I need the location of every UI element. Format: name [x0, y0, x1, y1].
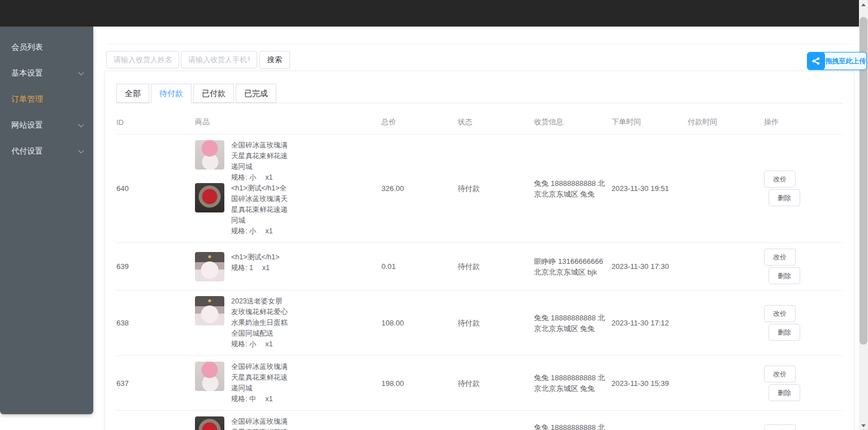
sidebar-item-label: 订单管理 [11, 94, 43, 103]
product-qty: x1 [265, 394, 272, 405]
drag-upload-widget[interactable]: 拖拽至此上传 [807, 52, 867, 70]
product-spec: 规格: 1 [231, 264, 253, 272]
product-cell: 全国碎冰蓝玫瑰满天星真花束鲜花速递同城 [195, 411, 381, 430]
col-header-id: ID [116, 111, 195, 134]
change-price-button[interactable]: 改价 [764, 366, 796, 383]
chevron-down-icon [79, 70, 84, 76]
chevron-down-icon [79, 148, 84, 154]
col-header-order-time: 下单时间 [611, 111, 688, 134]
product-cell: 2023送老婆女朋友玫瑰花鲜花爱心水果奶油生日蛋糕全国同城配送 规格: 小x1 [195, 290, 381, 356]
shipping-info: 兔兔 18888888888 北京北京东城区 兔兔 [534, 422, 606, 430]
col-header-total: 总价 [381, 111, 458, 134]
pay-time [688, 290, 764, 356]
change-price-button[interactable]: 改价 [764, 171, 796, 188]
orders-table: ID 商品 总价 状态 收货信息 下单时间 付款时间 操作 640 [116, 111, 843, 430]
product-title: 全国碎冰蓝玫瑰满天星真花束鲜花速递同城 [231, 416, 289, 430]
status-badge: 待付款 [458, 243, 534, 290]
product-title: <h1>测试</h1>全国碎冰蓝玫瑰满天星真花束鲜花速递同城 [231, 183, 289, 226]
change-price-button[interactable]: 改价 [764, 305, 796, 322]
status-badge: 待付款 [458, 290, 534, 356]
sidebar-item-label: 网站设置 [11, 120, 43, 129]
col-header-shipping: 收货信息 [534, 111, 611, 134]
order-id: 640 [116, 134, 195, 243]
product-title: 2023送老婆女朋友玫瑰花鲜花爱心水果奶油生日蛋糕全国同城配送 [231, 296, 289, 339]
delete-button[interactable]: 删除 [769, 324, 800, 341]
order-time: 2023-11-30 19:51 [611, 134, 688, 243]
scroll-up-arrow-icon[interactable] [859, 0, 868, 9]
search-button[interactable]: 搜索 [259, 51, 290, 69]
order-time [611, 411, 688, 430]
shipping-info: 兔兔 18888888888 北京北京东城区 兔兔 [534, 312, 606, 334]
product-spec: 规格: 小 [231, 340, 256, 348]
product-image-pink-bouquet [195, 362, 224, 391]
sidebar-item-website-settings[interactable]: 网站设置 [0, 112, 93, 138]
sidebar-item-basic-settings[interactable]: 基本设置 [0, 60, 93, 86]
upload-label: 拖拽至此上传 [825, 57, 866, 66]
scroll-down-arrow-icon[interactable] [859, 421, 868, 430]
col-header-pay-time: 付款时间 [688, 111, 764, 134]
table-row: 637 全国碎冰蓝玫瑰满天星真花束鲜花速递同城 规格: 中x1 198.00 待… [116, 356, 843, 411]
product-qty: x1 [262, 263, 270, 273]
delete-button[interactable]: 删除 [769, 189, 800, 206]
product-image-cake [195, 252, 224, 281]
product-item: <h1>测试</h1>全国碎冰蓝玫瑰满天星真花束鲜花速递同城 规格: 小x1 [195, 183, 381, 237]
change-price-button[interactable]: 改价 [764, 249, 796, 266]
col-header-status: 状态 [458, 111, 534, 134]
status-badge: 待付款 [458, 356, 534, 411]
tab-paid[interactable]: 已付款 [193, 84, 234, 103]
pay-time [688, 411, 764, 430]
order-time: 2023-11-30 15:39 [611, 356, 688, 411]
product-qty: x1 [265, 172, 272, 183]
sidebar-item-payment-settings[interactable]: 代付设置 [0, 138, 93, 164]
sidebar-item-label: 基本设置 [11, 68, 43, 77]
product-cell: 全国碎冰蓝玫瑰满天星真花束鲜花速递同城 规格: 小x1 <h1>测试</h1>全… [195, 134, 381, 243]
table-row: 640 全国碎冰蓝玫瑰满天星真花束鲜花速递同城 规格: 小x1 [116, 134, 843, 243]
pay-time [688, 243, 764, 290]
col-header-actions: 操作 [764, 111, 843, 134]
product-title: <h1>测试</h1> [231, 252, 289, 263]
order-management-page: 会员列表 基本设置 订单管理 网站设置 代付设置 搜索 [0, 0, 868, 430]
product-item: 2023送老婆女朋友玫瑰花鲜花爱心水果奶油生日蛋糕全国同城配送 规格: 小x1 [195, 296, 381, 350]
order-id: 638 [116, 290, 195, 356]
col-header-product: 商品 [195, 111, 381, 134]
product-item: 全国碎冰蓝玫瑰满天星真花束鲜花速递同城 [195, 416, 381, 430]
product-image-red-bouquet [195, 416, 224, 430]
order-total: 326.00 [381, 134, 458, 243]
order-total: 0.01 [381, 243, 458, 290]
pay-time [688, 356, 764, 411]
product-spec: 规格: 小 [231, 227, 256, 235]
top-navbar [0, 0, 859, 27]
order-time: 2023-11-30 17:30 [611, 243, 688, 290]
table-row: 全国碎冰蓝玫瑰满天星真花束鲜花速递同城 兔兔 18888888888 北京北京东… [116, 411, 843, 430]
order-id [116, 411, 195, 430]
sidebar-item-label: 会员列表 [11, 42, 43, 51]
shipping-info: 兔兔 18888888888 北京北京东城区 兔兔 [534, 178, 606, 199]
shipping-info: 眼睁睁 13166666666 北京北京东城区 bjk [534, 256, 606, 277]
tab-all[interactable]: 全部 [116, 84, 149, 103]
product-image-red-bouquet [195, 183, 224, 212]
order-status-tabs: 全部 待付款 已付款 已完成 [116, 84, 843, 103]
order-total [381, 411, 458, 430]
shipping-info: 兔兔 18888888888 北京北京东城区 兔兔 [534, 372, 606, 394]
sidebar-item-label: 代付设置 [11, 146, 43, 155]
product-qty: x1 [265, 226, 272, 237]
delete-button[interactable]: 删除 [769, 267, 800, 284]
sidebar-item-order-management[interactable]: 订单管理 [0, 86, 93, 112]
tab-completed[interactable]: 已完成 [236, 84, 276, 103]
tab-pending-payment[interactable]: 待付款 [151, 84, 192, 103]
chevron-down-icon [79, 122, 84, 128]
table-header-row: ID 商品 总价 状态 收货信息 下单时间 付款时间 操作 [116, 111, 843, 134]
product-image-cake [195, 296, 224, 325]
recipient-name-input[interactable] [106, 51, 179, 68]
recipient-phone-input[interactable] [181, 51, 257, 68]
product-title: 全国碎冰蓝玫瑰满天星真花束鲜花速递同城 [231, 362, 289, 394]
delete-button[interactable]: 删除 [769, 384, 800, 401]
status-badge [458, 411, 534, 430]
product-item: 全国碎冰蓝玫瑰满天星真花束鲜花速递同城 规格: 小x1 [195, 140, 381, 183]
change-price-button[interactable]: 改价 [764, 424, 796, 430]
order-total: 198.00 [381, 356, 458, 411]
order-id: 637 [116, 356, 195, 411]
table-row: 639 <h1>测试</h1> 规格: 1x1 0.01 待付款 眼睁睁 131… [116, 243, 843, 290]
sidebar-item-member-list[interactable]: 会员列表 [0, 34, 93, 60]
product-qty: x1 [265, 339, 272, 350]
